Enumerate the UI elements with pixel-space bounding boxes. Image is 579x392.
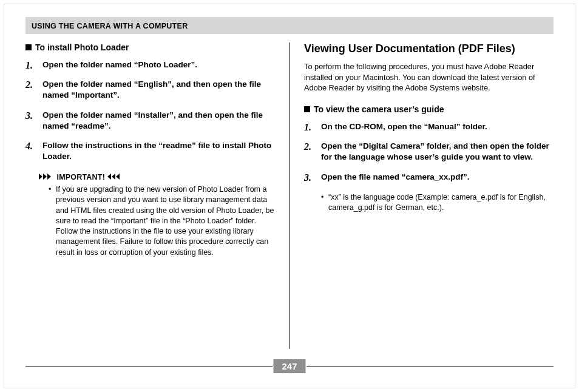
- section-header-text: USING THE CAMERA WITH A COMPUTER: [32, 22, 188, 30]
- section-header-bar: USING THE CAMERA WITH A COMPUTER: [25, 17, 554, 34]
- column-divider: [290, 42, 290, 349]
- page-footer: 247: [25, 359, 554, 374]
- left-column: To install Photo Loader Open the folder …: [25, 42, 290, 263]
- view-guide-step: On the CD-ROM, open the “Manual” folder.: [304, 121, 554, 132]
- view-guide-step: Open the “Digital Camera” folder, and th…: [304, 141, 554, 163]
- view-guide-step: Open the file named “camera_xx.pdf”.: [304, 172, 554, 183]
- right-heading: To view the camera user’s guide: [304, 104, 554, 114]
- important-bullets: If you are upgrading to the new version …: [25, 184, 275, 258]
- right-column: Viewing User Documentation (PDF Files) T…: [290, 42, 554, 263]
- guide-note-bullets: “xx” is the language code (Example: came…: [304, 192, 554, 214]
- left-heading: To install Photo Loader: [25, 42, 275, 52]
- guide-note-item: “xx” is the language code (Example: came…: [321, 192, 554, 214]
- important-label: IMPORTANT!: [56, 172, 105, 181]
- install-step: Follow the instructions in the “readme” …: [25, 140, 275, 162]
- install-step: Open the folder named “Photo Loader”.: [25, 59, 275, 70]
- view-guide-steps-list: On the CD-ROM, open the “Manual” folder.…: [304, 121, 554, 183]
- page-content: USING THE CAMERA WITH A COMPUTER To inst…: [0, 0, 579, 263]
- right-title: Viewing User Documentation (PDF Files): [304, 42, 554, 55]
- square-bullet-icon: [25, 44, 32, 50]
- important-bullet-item: If you are upgrading to the new version …: [49, 184, 275, 258]
- page-number: 247: [273, 359, 305, 373]
- right-heading-text: To view the camera user’s guide: [314, 104, 444, 114]
- important-callout: IMPORTANT!: [39, 172, 275, 181]
- square-bullet-icon: [304, 106, 310, 112]
- footer-rule-left: [25, 367, 273, 367]
- install-steps-list: Open the folder named “Photo Loader”. Op…: [25, 59, 275, 163]
- triangle-left-icon: [107, 174, 123, 180]
- left-heading-text: To install Photo Loader: [35, 42, 129, 52]
- footer-rule-right: [306, 367, 554, 367]
- right-intro-text: To perform the following procedures, you…: [304, 61, 554, 93]
- triangle-right-icon: [39, 174, 55, 180]
- install-step: Open the folder named “English”, and the…: [25, 79, 275, 101]
- install-step: Open the folder named “Installer”, and t…: [25, 110, 275, 132]
